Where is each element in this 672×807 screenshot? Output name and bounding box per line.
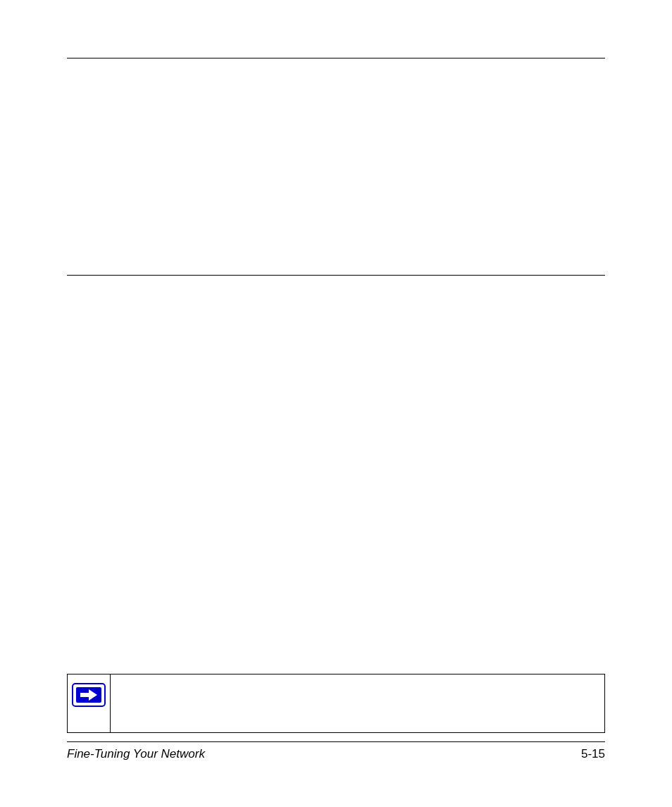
note-icon-cell bbox=[68, 674, 111, 732]
footer-page-number: 5-15 bbox=[581, 747, 605, 761]
footer-rule bbox=[67, 741, 605, 742]
horizontal-rule-mid bbox=[67, 275, 605, 276]
note-callout-box bbox=[67, 674, 605, 733]
note-text-cell bbox=[111, 674, 604, 732]
footer-section-title: Fine-Tuning Your Network bbox=[67, 747, 205, 761]
arrow-right-icon bbox=[72, 683, 106, 707]
horizontal-rule-top bbox=[67, 58, 605, 58]
document-page: Fine-Tuning Your Network 5-15 bbox=[0, 0, 672, 807]
